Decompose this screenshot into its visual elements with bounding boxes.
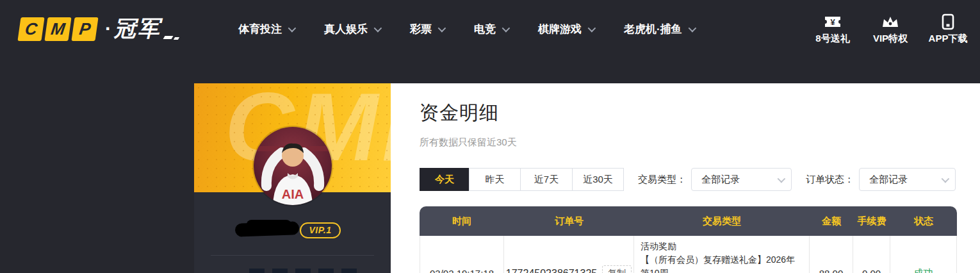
transaction-type-select[interactable]: 全部记录 [691, 168, 792, 191]
page-title: 资金明细 [420, 100, 980, 126]
chevron-down-icon [688, 24, 696, 32]
nav-item-label: 彩票 [410, 22, 432, 37]
select-value: 全部记录 [701, 174, 740, 186]
order-status-label: 订单状态： [806, 174, 854, 186]
nav-item-lottery[interactable]: 彩票 [410, 22, 444, 37]
type-line: 活动奖励 [641, 240, 676, 253]
user-line: VIP.1 [194, 221, 391, 238]
shortcut-app-download[interactable]: APP下载 [927, 13, 968, 45]
nav-item-label: 体育投注 [238, 22, 282, 37]
phone-icon [941, 13, 955, 30]
vip-level-badge: VIP.1 [300, 222, 341, 238]
nav-item-board-games[interactable]: 棋牌游戏 [538, 22, 594, 37]
header-transaction-type: 交易类型 [634, 215, 810, 228]
brand-logo[interactable]: C M P · 冠军 [19, 14, 179, 44]
main-nav: 体育投注 真人娱乐 彩票 电竞 棋牌游戏 老虎机·捕鱼 [238, 22, 724, 37]
table-row: 03/02 19:17:18 1772450238671325 复制 活动奖励 … [420, 236, 957, 273]
nav-item-slots-fishing[interactable]: 老虎机·捕鱼 [624, 22, 694, 37]
filter-controls: 今天 昨天 近7天 近30天 交易类型： 全部记录 订单状态： 全部记录 [420, 168, 980, 191]
nav-item-label: 棋牌游戏 [538, 22, 582, 37]
nav-item-sports[interactable]: 体育投注 [238, 22, 294, 37]
tab-last-30-days[interactable]: 近30天 [572, 168, 624, 191]
shortcut-gift-day8[interactable]: ¥ 8号送礼 [812, 13, 853, 45]
funds-table: 时间 订单号 交易类型 金额 手续费 状态 03/02 19:17:18 177… [420, 206, 957, 273]
order-number: 1772450238671325 [506, 268, 597, 273]
copy-button[interactable]: 复制 [602, 265, 632, 273]
avatar-jersey-text: AIA [281, 187, 303, 201]
cell-order-no: 1772450238671325 复制 [504, 236, 634, 273]
cell-amount: 88.00 [810, 236, 853, 273]
header-order-no: 订单号 [504, 215, 634, 228]
shortcut-label: VIP特权 [873, 33, 908, 45]
nav-item-label: 老虎机·捕鱼 [624, 22, 682, 37]
logo-speed-dash [163, 36, 174, 39]
table-header-row: 时间 订单号 交易类型 金额 手续费 状态 [420, 206, 957, 236]
logo-brand-name: 冠军 [114, 14, 161, 44]
logo-letter-box: P [71, 17, 98, 41]
nav-item-esports[interactable]: 电竞 [474, 22, 508, 37]
transaction-type-label: 交易类型： [638, 174, 686, 186]
nav-item-label: 电竞 [474, 22, 496, 37]
chevron-down-icon [778, 174, 786, 183]
select-value: 全部记录 [869, 174, 908, 186]
header-amount: 金额 [810, 215, 853, 228]
chevron-down-icon [942, 174, 950, 183]
chevron-down-icon [288, 24, 297, 32]
page-subtitle: 所有数据只保留近30天 [420, 136, 980, 149]
shortcut-label: APP下载 [929, 33, 968, 45]
page: C M P · 冠军 体育投注 真人娱乐 彩票 电竞 [0, 0, 980, 273]
username-redacted [235, 221, 300, 236]
profile-sidebar: CMP [194, 83, 391, 273]
chevron-down-icon [588, 24, 596, 32]
crown-icon [881, 13, 900, 30]
tab-last-7-days[interactable]: 近7天 [520, 168, 573, 191]
nav-item-label: 真人娱乐 [324, 22, 368, 37]
cell-transaction-type: 活动奖励 【（所有会员）复存赠送礼金】2026年第10周 首存后复存总额：100… [634, 236, 810, 273]
header-fee: 手续费 [853, 215, 890, 228]
logo-letter-box: C [17, 17, 44, 41]
type-line: 【（所有会员）复存赠送礼金】2026年第10周 [641, 253, 803, 273]
cell-time: 03/02 19:17:18 [420, 236, 504, 273]
header-time: 时间 [420, 215, 504, 228]
top-navbar: C M P · 冠军 体育投注 真人娱乐 彩票 电竞 [0, 0, 980, 58]
nav-item-live-casino[interactable]: 真人娱乐 [324, 22, 380, 37]
svg-text:¥: ¥ [830, 17, 835, 27]
logo-speed-dash [174, 37, 179, 40]
order-status-select[interactable]: 全部记录 [859, 168, 956, 191]
shortcut-label: 8号送礼 [815, 33, 849, 45]
logo-letter-box: M [44, 17, 71, 41]
cell-status: 成功 [890, 236, 957, 273]
chevron-down-icon [502, 24, 510, 32]
nav-shortcuts: ¥ 8号送礼 VIP特权 [812, 13, 968, 45]
chevron-down-icon [374, 24, 382, 32]
cell-fee: 0.00 [853, 236, 890, 273]
avatar: AIA [254, 127, 332, 205]
chevron-down-icon [438, 24, 446, 32]
sidebar-divider [211, 255, 374, 256]
tab-today[interactable]: 今天 [420, 168, 470, 191]
content-panel: 资金明细 所有数据只保留近30天 今天 昨天 近7天 近30天 交易类型： 全部… [391, 83, 980, 273]
logo-separator-dot: · [105, 18, 111, 40]
header-status: 状态 [890, 215, 957, 228]
shortcut-vip[interactable]: VIP特权 [870, 13, 911, 45]
balance-text-clipped [249, 269, 362, 273]
gift-ticket-icon: ¥ [824, 13, 842, 30]
tab-yesterday[interactable]: 昨天 [469, 168, 521, 191]
